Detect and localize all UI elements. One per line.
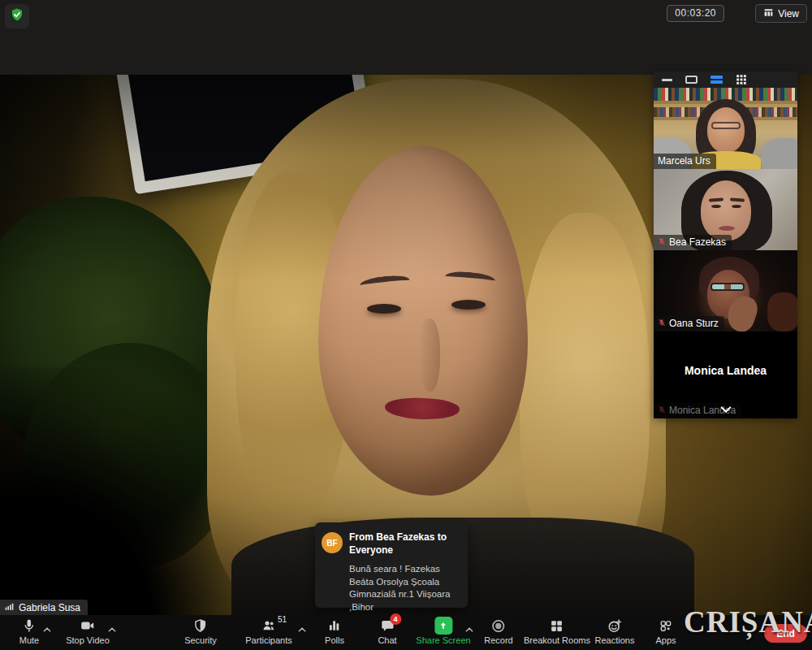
muted-mic-icon (658, 405, 666, 416)
chat-bubble-icon: 4 (380, 618, 395, 634)
video-options-chevron-icon[interactable] (108, 622, 117, 636)
avatar: BF (322, 532, 343, 553)
participants-options-chevron-icon[interactable] (298, 622, 307, 636)
minimize-icon[interactable] (662, 79, 672, 81)
chat-unread-badge: 4 (390, 613, 401, 625)
meeting-toolbar: Mute Stop Video Security 51 Participan (0, 615, 812, 650)
participants-count: 51 (278, 615, 287, 624)
participant-name: Oana Sturz (669, 318, 719, 329)
muted-mic-icon (658, 318, 666, 329)
share-screen-button[interactable]: Share Screen (416, 618, 470, 645)
chat-notification-popup[interactable]: BF From Bea Fazekas to Everyone Bună sea… (315, 522, 468, 608)
speaker-view-icon[interactable] (685, 76, 698, 84)
participant-lips (719, 226, 735, 231)
breakout-rooms-icon (551, 618, 564, 634)
meeting-info-button[interactable] (5, 4, 29, 28)
chair-art (767, 292, 797, 332)
participant-name-label: Oana Sturz (654, 316, 724, 332)
participants-button[interactable]: 51 Participants (245, 618, 292, 645)
meeting-timer: 00:03:20 (667, 5, 724, 22)
participant-name: Marcela Urs (658, 155, 710, 167)
self-name-tag: Gabriela Susa (0, 600, 88, 616)
participant-name-label: Marcela Urs (654, 154, 716, 169)
share-screen-icon (434, 618, 452, 634)
shield-check-icon (10, 7, 24, 25)
gallery-view-icon[interactable] (736, 74, 747, 85)
connection-signal-icon (4, 601, 15, 614)
share-options-chevron-icon[interactable] (465, 622, 474, 636)
chat-popup-title: From Bea Fazekas to Everyone (349, 531, 463, 557)
participant-glasses (711, 122, 741, 129)
video-camera-icon (80, 618, 97, 634)
muted-mic-icon (658, 236, 666, 248)
polls-button[interactable]: Polls (325, 618, 344, 645)
couch-art (761, 138, 797, 169)
participant-tile[interactable]: Marcela Urs (654, 88, 797, 169)
record-icon (491, 618, 507, 634)
participant-display-name: Monica Landea (654, 364, 797, 377)
reactions-smiley-icon (607, 618, 622, 634)
chevron-down-icon[interactable] (719, 402, 732, 417)
participant-name-label: Bea Fazekas (654, 235, 732, 250)
security-button[interactable]: Security (184, 618, 217, 645)
strip-view-icon[interactable] (710, 76, 723, 84)
reactions-button[interactable]: Reactions (595, 618, 635, 645)
security-shield-icon (194, 618, 208, 634)
self-name: Gabriela Susa (19, 602, 80, 613)
microphone-icon (22, 618, 37, 634)
participant-tile[interactable]: Bea Fazekas (654, 169, 797, 250)
top-bar: 00:03:20 View (0, 0, 812, 75)
apps-button[interactable]: Apps (655, 618, 676, 645)
breakout-rooms-button[interactable]: Breakout Rooms (524, 618, 590, 645)
participant-eye (732, 205, 741, 208)
participant-name: Bea Fazekas (669, 236, 726, 248)
participant-glasses (710, 283, 745, 291)
stop-video-button[interactable]: Stop Video (66, 618, 110, 645)
participants-icon: 51 (260, 618, 278, 634)
participant-face (701, 180, 751, 240)
mute-button[interactable]: Mute (19, 618, 39, 645)
apps-icon (659, 618, 672, 634)
participant-strip-panel: Marcela Urs Bea Fazekas (654, 72, 797, 418)
record-button[interactable]: Record (484, 618, 512, 645)
view-button[interactable]: View (755, 4, 807, 23)
mute-options-chevron-icon[interactable] (43, 622, 52, 636)
strip-view-controls (654, 72, 797, 88)
view-button-label: View (778, 8, 799, 20)
view-layout-icon (763, 7, 774, 20)
polls-bars-icon (328, 618, 342, 634)
participant-tile[interactable]: Oana Sturz (654, 250, 797, 332)
participant-eye (711, 205, 721, 208)
participant-tile[interactable]: Monica Landea Monica Landea (654, 332, 797, 418)
end-meeting-button[interactable]: End (764, 624, 807, 643)
zoom-meeting-window: 00:03:20 View Marcel (0, 0, 812, 650)
participant-face (707, 107, 745, 153)
chat-button[interactable]: 4 Chat (378, 618, 396, 645)
chat-popup-message: Bună seara ! Fazekas Beáta Orsolya Școal… (349, 563, 467, 613)
